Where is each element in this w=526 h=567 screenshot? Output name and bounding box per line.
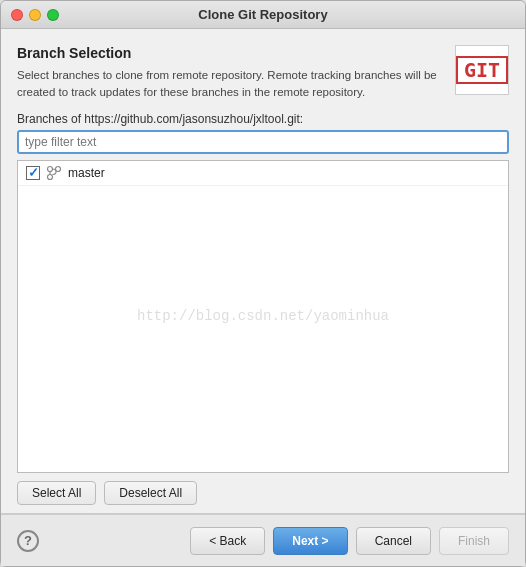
header-section: Branch Selection Select branches to clon… [17, 45, 509, 102]
list-item[interactable]: ✓ master [18, 161, 508, 186]
footer: ? < Back Next > Cancel Finish [1, 514, 525, 566]
cancel-button[interactable]: Cancel [356, 527, 431, 555]
help-button[interactable]: ? [17, 530, 39, 552]
section-title: Branch Selection [17, 45, 441, 61]
window: Clone Git Repository Branch Selection Se… [0, 0, 526, 567]
filter-input-wrap [17, 130, 509, 154]
deselect-all-button[interactable]: Deselect All [104, 481, 197, 505]
title-bar: Clone Git Repository [1, 1, 525, 29]
branch-name: master [68, 166, 105, 180]
section-description: Select branches to clone from remote rep… [17, 67, 441, 102]
select-all-button[interactable]: Select All [17, 481, 96, 505]
maximize-button[interactable] [47, 9, 59, 21]
check-mark-icon: ✓ [28, 166, 39, 179]
main-content: Branch Selection Select branches to clon… [1, 29, 525, 513]
finish-button: Finish [439, 527, 509, 555]
minimize-button[interactable] [29, 9, 41, 21]
traffic-lights [11, 9, 59, 21]
branch-checkbox[interactable]: ✓ [26, 166, 40, 180]
watermark: http://blog.csdn.net/yaominhua [137, 308, 389, 324]
select-deselect-area: Select All Deselect All [17, 473, 509, 513]
svg-point-2 [48, 174, 53, 179]
svg-point-0 [48, 166, 53, 171]
branch-icon [46, 165, 62, 181]
filter-input[interactable] [17, 130, 509, 154]
close-button[interactable] [11, 9, 23, 21]
window-title: Clone Git Repository [198, 7, 327, 22]
next-button[interactable]: Next > [273, 527, 347, 555]
branches-label: Branches of https://github.com/jasonsuzh… [17, 112, 509, 126]
branch-list: ✓ master http://blog.csdn.net/yaominhua [17, 160, 509, 474]
git-icon-box: GIT [455, 45, 509, 95]
git-label: GIT [456, 56, 508, 84]
back-button[interactable]: < Back [190, 527, 265, 555]
header-left: Branch Selection Select branches to clon… [17, 45, 441, 102]
